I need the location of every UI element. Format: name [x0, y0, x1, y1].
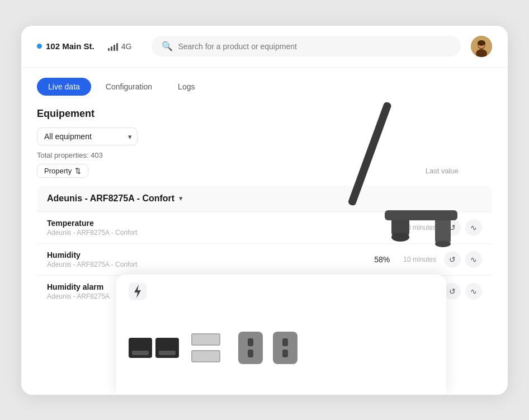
tab-logs[interactable]: Logs — [167, 78, 206, 96]
usb-ports — [191, 333, 220, 362]
outlet-hole-icon — [248, 338, 253, 346]
outlet-hole-icon — [282, 350, 288, 357]
ethernet-port-2 — [155, 338, 179, 358]
property-actions: ↺ ∿ — [444, 251, 482, 268]
header: 102 Main St. 4G 🔍 — [21, 26, 508, 68]
property-filter-label: Property — [44, 167, 72, 175]
property-filter-arrows-icon: ⇅ — [75, 167, 81, 175]
tab-configuration[interactable]: Configuration — [95, 78, 163, 96]
refresh-button[interactable]: ↺ — [444, 251, 461, 268]
property-time: 10 minutes — [403, 256, 436, 263]
refresh-button[interactable]: ↺ — [444, 283, 461, 300]
table-row: Humidity Adeunis - ARF8275A - Confort 58… — [37, 243, 492, 275]
chart-button[interactable]: ∿ — [465, 251, 482, 268]
signal-bars-icon — [108, 42, 118, 51]
property-value-area: 10 minutes — [336, 224, 436, 232]
section-title: Equipement — [37, 108, 492, 120]
equipment-select[interactable]: All equipment Sensors Meters — [37, 128, 138, 145]
property-name: Humidity — [47, 251, 336, 259]
outlet-hole-icon — [248, 350, 253, 357]
property-info: Humidity Adeunis - ARF8275A - Confort — [47, 251, 336, 268]
device-group-title: Adeunis - ARF8275A - Confort — [47, 194, 174, 204]
location-badge: 102 Main St. — [37, 41, 95, 51]
outlet-hole-icon — [282, 338, 288, 346]
property-time: 10 minutes — [403, 224, 436, 232]
ethernet-port-1 — [129, 338, 152, 358]
svg-point-4 — [478, 40, 485, 46]
avatar[interactable] — [471, 36, 492, 57]
property-info: Temperature Adeunis - ARF8275A - Confort — [47, 219, 336, 237]
ethernet-ports — [129, 338, 179, 358]
outlet-group — [238, 332, 297, 364]
search-bar[interactable]: 🔍 — [152, 36, 461, 56]
property-filter-button[interactable]: Property ⇅ — [37, 164, 88, 178]
chart-button[interactable]: ∿ — [465, 219, 482, 236]
outlet-2 — [273, 332, 297, 364]
equipment-select-wrap[interactable]: All equipment Sensors Meters — [37, 128, 138, 145]
total-properties: Total properties: 403 — [37, 151, 492, 159]
tabs-bar: Live data Configuration Logs — [21, 68, 508, 96]
usb-port-2 — [191, 350, 220, 362]
main-card: 102 Main St. 4G 🔍 — [21, 26, 508, 395]
property-device: Adeunis - ARF8275A - Confort — [47, 229, 336, 237]
signal-badge: 4G — [108, 42, 132, 51]
usb-port-1 — [191, 333, 220, 346]
powerstrip-card — [116, 275, 446, 395]
property-name: Temperature — [47, 219, 336, 228]
equipment-select-row: All equipment Sensors Meters — [37, 128, 492, 145]
signal-strength-label: 4G — [121, 42, 132, 51]
search-icon: 🔍 — [162, 41, 173, 51]
outlet-1 — [238, 332, 263, 364]
powerstrip-header — [129, 282, 434, 300]
property-device: Adeunis - ARF8275A - Confort — [47, 261, 336, 268]
lightning-icon — [129, 282, 147, 300]
search-input[interactable] — [178, 42, 451, 51]
property-actions: ↺ ∿ — [444, 283, 482, 300]
chart-button[interactable]: ∿ — [465, 283, 482, 300]
property-value-area: 58% 10 minutes — [336, 255, 436, 264]
filter-row: Property ⇅ Last value — [37, 164, 492, 178]
location-label: 102 Main St. — [46, 41, 95, 51]
powerstrip-ports — [129, 307, 434, 389]
last-value-header: Last value — [426, 167, 459, 175]
device-group-header[interactable]: Adeunis - ARF8275A - Confort ▾ — [37, 186, 492, 211]
property-actions: ↺ ∿ — [444, 219, 482, 236]
property-value: 58% — [374, 255, 390, 264]
refresh-button[interactable]: ↺ — [444, 219, 461, 236]
table-row: Temperature Adeunis - ARF8275A - Confort… — [37, 211, 492, 243]
chevron-down-icon: ▾ — [179, 194, 183, 202]
location-dot-icon — [37, 44, 42, 49]
tab-live-data[interactable]: Live data — [37, 78, 91, 96]
